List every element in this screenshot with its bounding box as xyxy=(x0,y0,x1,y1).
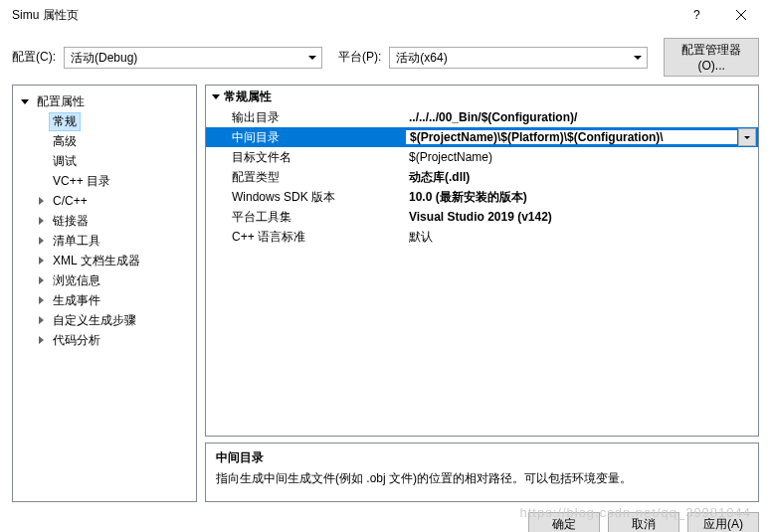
expand-icon[interactable] xyxy=(35,274,47,286)
property-value[interactable]: 默认 xyxy=(405,229,758,246)
tree-item[interactable]: VC++ 目录 xyxy=(31,171,194,191)
expand-icon[interactable] xyxy=(35,115,47,127)
property-value[interactable]: ../../../00_Bin/$(Configuration)/ xyxy=(405,110,758,124)
tree-item-label: 生成事件 xyxy=(49,291,104,310)
dialog-buttons: 确定 取消 应用(A) xyxy=(0,502,771,532)
config-manager-button[interactable]: 配置管理器(O)... xyxy=(664,38,759,77)
tree-item-label: 调试 xyxy=(49,152,81,171)
collapse-icon xyxy=(21,99,29,104)
property-name: 平台工具集 xyxy=(206,209,405,226)
cancel-button[interactable]: 取消 xyxy=(608,512,679,532)
titlebar: Simu 属性页 ? xyxy=(0,0,771,30)
tree-item[interactable]: 清单工具 xyxy=(31,231,194,251)
expand-icon[interactable] xyxy=(35,135,47,147)
apply-button[interactable]: 应用(A) xyxy=(687,512,759,532)
config-select[interactable]: 活动(Debug) xyxy=(64,47,322,69)
close-button[interactable] xyxy=(718,0,763,30)
property-value[interactable]: 动态库(.dll) xyxy=(405,169,758,186)
property-row[interactable]: 配置类型动态库(.dll) xyxy=(206,167,758,187)
description-title: 中间目录 xyxy=(216,449,748,466)
tree-item[interactable]: 自定义生成步骤 xyxy=(31,310,194,330)
property-row[interactable]: 目标文件名$(ProjectName) xyxy=(206,147,758,167)
property-name: 配置类型 xyxy=(206,169,405,186)
property-name: Windows SDK 版本 xyxy=(206,189,405,206)
platform-label: 平台(P): xyxy=(338,49,381,66)
tree-item[interactable]: 生成事件 xyxy=(31,290,194,310)
tree-item-label: 代码分析 xyxy=(49,331,104,350)
main-area: 配置属性 常规高级调试VC++ 目录C/C++链接器清单工具XML 文档生成器浏… xyxy=(0,85,771,502)
tree-item-label: 链接器 xyxy=(49,212,93,231)
tree-root[interactable]: 配置属性 xyxy=(15,91,194,111)
chevron-down-icon[interactable] xyxy=(738,128,756,146)
expand-icon[interactable] xyxy=(35,235,47,247)
property-row[interactable]: C++ 语言标准默认 xyxy=(206,227,758,247)
svg-text:?: ? xyxy=(693,10,700,20)
tree-item-label: 自定义生成步骤 xyxy=(49,311,140,330)
expand-icon[interactable] xyxy=(35,334,47,346)
property-name: 中间目录 xyxy=(206,129,405,146)
tree-item-label: C/C++ xyxy=(49,193,92,209)
tree-item[interactable]: 浏览信息 xyxy=(31,270,194,290)
expand-icon[interactable] xyxy=(35,314,47,326)
tree-item-label: 浏览信息 xyxy=(49,271,104,290)
tree-item-label: 高级 xyxy=(49,132,81,151)
expand-icon[interactable] xyxy=(35,294,47,306)
config-combo[interactable]: 活动(Debug) xyxy=(64,47,322,69)
tree-item-label: VC++ 目录 xyxy=(49,172,114,191)
property-value[interactable]: Visual Studio 2019 (v142) xyxy=(405,210,758,224)
property-name: 输出目录 xyxy=(206,109,405,126)
tree-item-label: 常规 xyxy=(49,112,81,131)
description-text: 指向生成中间生成文件(例如 .obj 文件)的位置的相对路径。可以包括环境变量。 xyxy=(216,470,748,487)
property-row[interactable]: Windows SDK 版本10.0 (最新安装的版本) xyxy=(206,187,758,207)
config-row: 配置(C): 活动(Debug) 平台(P): 活动(x64) 配置管理器(O)… xyxy=(0,30,771,85)
tree-item[interactable]: 高级 xyxy=(31,131,194,151)
expand-icon[interactable] xyxy=(35,195,47,207)
description-panel: 中间目录 指向生成中间生成文件(例如 .obj 文件)的位置的相对路径。可以包括… xyxy=(205,443,759,502)
window-title: Simu 属性页 xyxy=(8,7,674,24)
tree-root-label: 配置属性 xyxy=(33,92,89,111)
tree-item[interactable]: 常规 xyxy=(31,111,194,131)
tree-item-label: XML 文档生成器 xyxy=(49,252,144,270)
property-name: C++ 语言标准 xyxy=(206,229,405,246)
expand-icon[interactable] xyxy=(35,155,47,167)
platform-select[interactable]: 活动(x64) xyxy=(389,47,648,69)
tree-item-label: 清单工具 xyxy=(49,232,104,251)
property-value[interactable]: $(ProjectName)\$(Platform)\$(Configurati… xyxy=(405,129,738,145)
property-row[interactable]: 平台工具集Visual Studio 2019 (v142) xyxy=(206,207,758,227)
property-value[interactable]: 10.0 (最新安装的版本) xyxy=(405,189,758,206)
tree-item[interactable]: 代码分析 xyxy=(31,330,194,350)
tree-item[interactable]: XML 文档生成器 xyxy=(31,251,194,270)
collapse-icon xyxy=(212,94,220,99)
tree-item[interactable]: 调试 xyxy=(31,151,194,171)
property-name: 目标文件名 xyxy=(206,149,405,166)
ok-button[interactable]: 确定 xyxy=(528,512,600,532)
help-button[interactable]: ? xyxy=(674,0,718,30)
property-value[interactable]: $(ProjectName) xyxy=(405,150,758,164)
property-grid[interactable]: 常规属性 输出目录../../../00_Bin/$(Configuration… xyxy=(205,85,759,437)
tree-item[interactable]: C/C++ xyxy=(31,191,194,211)
config-label: 配置(C): xyxy=(12,49,56,66)
tree-panel[interactable]: 配置属性 常规高级调试VC++ 目录C/C++链接器清单工具XML 文档生成器浏… xyxy=(12,85,197,502)
property-group-header[interactable]: 常规属性 xyxy=(206,86,758,107)
platform-combo[interactable]: 活动(x64) xyxy=(389,47,648,69)
right-panel: 常规属性 输出目录../../../00_Bin/$(Configuration… xyxy=(205,85,759,502)
property-group-title: 常规属性 xyxy=(224,89,272,105)
expand-icon[interactable] xyxy=(35,255,47,266)
expand-icon[interactable] xyxy=(35,175,47,187)
tree-item[interactable]: 链接器 xyxy=(31,211,194,231)
property-row[interactable]: 中间目录$(ProjectName)\$(Platform)\$(Configu… xyxy=(206,127,758,147)
property-row[interactable]: 输出目录../../../00_Bin/$(Configuration)/ xyxy=(206,107,758,127)
expand-icon[interactable] xyxy=(35,215,47,227)
